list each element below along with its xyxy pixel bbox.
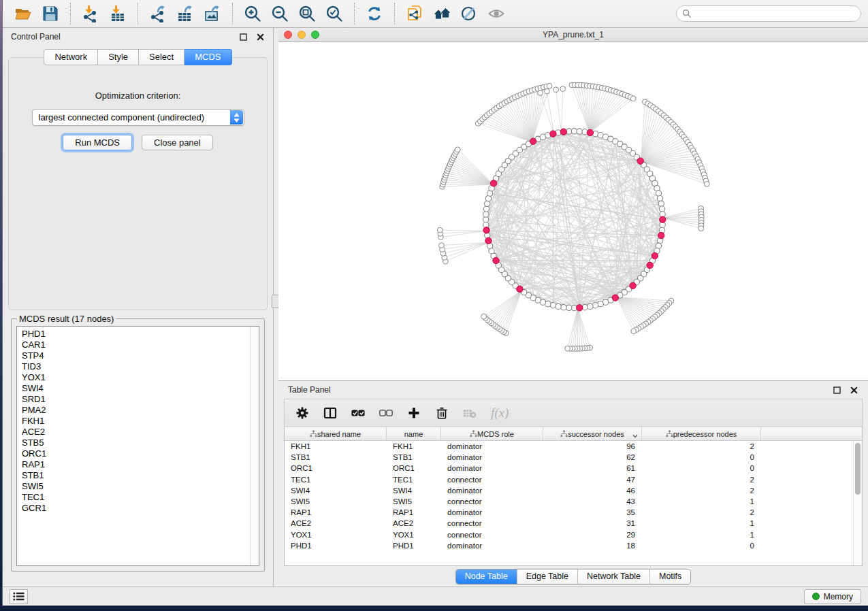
mcds-list-item[interactable]: PHD1 bbox=[22, 329, 259, 340]
tab-style[interactable]: Style bbox=[98, 49, 139, 65]
table-row[interactable]: FKH1FKH1dominator962 bbox=[285, 441, 862, 452]
split-panel-icon[interactable] bbox=[323, 404, 337, 422]
tab-edge-table[interactable]: Edge Table bbox=[517, 569, 577, 584]
scrollbar-thumb[interactable] bbox=[855, 443, 861, 495]
table-row[interactable]: ORC1ORC1dominator610 bbox=[285, 463, 862, 474]
mcds-list-item[interactable]: SWI5 bbox=[22, 481, 259, 492]
network-titlebar: YPA_prune.txt_1 bbox=[278, 28, 868, 42]
table-cell: 0 bbox=[642, 542, 761, 550]
table-cell: SWI4 bbox=[387, 486, 441, 495]
column-header-predecessor-nodes[interactable]: predecessor nodes bbox=[642, 427, 761, 440]
mcds-list-item[interactable]: TEC1 bbox=[22, 492, 259, 503]
control-panel: Control Panel Network Style Select MCD bbox=[3, 28, 273, 587]
table-row[interactable]: STB1STB1dominator620 bbox=[285, 452, 862, 463]
export-image-icon[interactable] bbox=[201, 3, 224, 24]
table-cell: SWI5 bbox=[387, 497, 441, 506]
search-box[interactable] bbox=[676, 5, 861, 22]
mcds-list-item[interactable]: RAP1 bbox=[22, 459, 259, 470]
table-cell: dominator bbox=[441, 453, 543, 461]
mcds-list-item[interactable]: STB1 bbox=[22, 470, 259, 481]
tab-select[interactable]: Select bbox=[139, 49, 184, 65]
graphics-details-icon[interactable] bbox=[457, 3, 481, 24]
select-all-columns-icon[interactable] bbox=[351, 404, 365, 422]
table-row[interactable]: PHD1PHD1dominator180 bbox=[285, 540, 862, 551]
table-tabbar: Node Table Edge Table Network Table Moti… bbox=[284, 566, 863, 587]
close-table-panel-icon[interactable] bbox=[850, 386, 858, 395]
close-panel-button[interactable]: Close panel bbox=[142, 135, 213, 150]
column-header-name[interactable]: name bbox=[387, 427, 441, 440]
table-row[interactable]: SWI5SWI5connector431 bbox=[285, 496, 862, 507]
table-header-row: shared namenameMCDS rolesuccessor nodesp… bbox=[285, 427, 862, 441]
import-network-icon[interactable] bbox=[79, 3, 102, 24]
optimization-criterion-select[interactable]: largest connected component (undirected) bbox=[32, 109, 244, 126]
table-cell: dominator bbox=[441, 508, 543, 516]
task-history-button[interactable] bbox=[10, 589, 28, 604]
tab-node-table[interactable]: Node Table bbox=[456, 569, 517, 584]
float-panel-icon[interactable] bbox=[239, 33, 248, 42]
close-panel-icon[interactable] bbox=[256, 33, 265, 42]
vertical-splitter[interactable] bbox=[273, 28, 278, 587]
deselect-all-columns-icon[interactable] bbox=[379, 404, 393, 422]
column-header-filler bbox=[761, 427, 862, 440]
mcds-list-item[interactable]: ORC1 bbox=[22, 448, 259, 459]
save-icon[interactable] bbox=[39, 3, 62, 24]
network-window: YPA_prune.txt_1 bbox=[278, 28, 868, 381]
open-icon[interactable] bbox=[12, 3, 35, 24]
export-table-icon[interactable] bbox=[174, 3, 197, 24]
mcds-list-item[interactable]: SRD1 bbox=[22, 394, 259, 405]
zoom-in-icon[interactable] bbox=[241, 3, 264, 24]
node-table: shared namenameMCDS rolesuccessor nodesp… bbox=[284, 427, 863, 566]
column-header-shared-name[interactable]: shared name bbox=[285, 427, 387, 440]
mcds-list-item[interactable]: STP4 bbox=[22, 350, 259, 361]
list-scrollbar[interactable] bbox=[250, 327, 259, 565]
refresh-icon[interactable] bbox=[363, 3, 386, 24]
clipboard-network-icon[interactable] bbox=[403, 3, 426, 24]
gear-icon[interactable] bbox=[295, 404, 309, 422]
column-label: successor nodes bbox=[568, 430, 624, 438]
table-cell: YOX1 bbox=[285, 531, 387, 539]
mcds-list-item[interactable]: STB5 bbox=[22, 437, 259, 448]
mcds-list-item[interactable]: PMA2 bbox=[22, 405, 259, 416]
table-cell: ACE2 bbox=[285, 519, 387, 527]
app-window: Control Panel Network Style Select MCD bbox=[2, 0, 868, 606]
table-cell: dominator bbox=[441, 542, 543, 550]
zoom-out-icon[interactable] bbox=[268, 3, 291, 24]
table-row[interactable]: RAP1RAP1dominator352 bbox=[285, 507, 862, 518]
table-scrollbar[interactable] bbox=[853, 441, 862, 565]
mcds-list-item[interactable]: GCR1 bbox=[22, 503, 259, 514]
table-cell: 2 bbox=[642, 508, 761, 516]
zoom-fit-icon[interactable] bbox=[295, 3, 319, 24]
table-row[interactable]: SWI4SWI4dominator462 bbox=[285, 485, 862, 496]
mcds-list-item[interactable]: CAR1 bbox=[22, 340, 259, 350]
mcds-list-item[interactable]: ACE2 bbox=[22, 427, 259, 437]
eye-icon[interactable] bbox=[485, 3, 508, 24]
memory-button[interactable]: Memory bbox=[804, 589, 861, 604]
column-header-MCDS-role[interactable]: MCDS role bbox=[441, 427, 543, 440]
add-column-icon[interactable] bbox=[407, 404, 421, 422]
mcds-list-item[interactable]: SWI4 bbox=[22, 383, 259, 394]
home-icon[interactable] bbox=[430, 3, 453, 24]
tab-network-table[interactable]: Network Table bbox=[577, 569, 649, 584]
search-input[interactable] bbox=[695, 9, 855, 18]
mcds-list-item[interactable]: TID3 bbox=[22, 361, 259, 372]
mcds-list-item[interactable]: YOX1 bbox=[22, 372, 259, 383]
table-row[interactable]: TEC1TEC1connector472 bbox=[285, 474, 862, 485]
mcds-result-list[interactable]: PHD1CAR1STP4TID3YOX1SWI4SRD1PMA2FKH1ACE2… bbox=[16, 326, 259, 566]
column-label: MCDS role bbox=[477, 430, 514, 438]
table-row[interactable]: ACE2ACE2connector311 bbox=[285, 518, 862, 529]
tab-mcds[interactable]: MCDS bbox=[184, 49, 231, 65]
network-graph[interactable] bbox=[278, 42, 868, 380]
zoom-selected-icon[interactable] bbox=[323, 3, 346, 24]
network-canvas[interactable] bbox=[278, 42, 868, 380]
float-table-panel-icon[interactable] bbox=[833, 386, 841, 395]
export-network-icon[interactable] bbox=[146, 3, 170, 24]
column-type-icon bbox=[560, 430, 568, 437]
mcds-list-item[interactable]: FKH1 bbox=[22, 416, 259, 427]
import-table-icon[interactable] bbox=[106, 3, 129, 24]
tab-motifs[interactable]: Motifs bbox=[649, 569, 690, 584]
delete-column-icon[interactable] bbox=[435, 404, 449, 422]
table-row[interactable]: YOX1YOX1connector291 bbox=[285, 529, 862, 540]
run-mcds-button[interactable]: Run MCDS bbox=[63, 135, 132, 150]
column-header-successor-nodes[interactable]: successor nodes bbox=[543, 427, 642, 440]
tab-network[interactable]: Network bbox=[44, 49, 98, 65]
